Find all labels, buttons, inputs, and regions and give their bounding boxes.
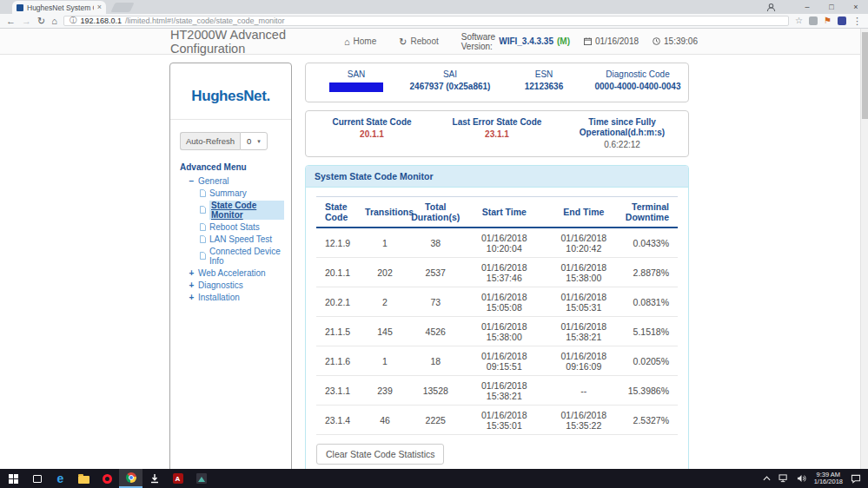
last-error-label: Last Error State Code [434, 117, 560, 128]
browser-menu-icon[interactable]: ⋮ [852, 16, 862, 27]
software-version: Software Version: WIFI_3.4.3.35 (M) [461, 32, 570, 51]
diagnostic-code-value: 0000-4000-0400-0043 [591, 82, 685, 92]
menu-group-installation[interactable]: + Installation [180, 291, 284, 303]
collapse-icon[interactable]: − [189, 177, 195, 185]
table-cell: 2 [363, 287, 407, 317]
page-info-icon[interactable]: ⓘ [70, 16, 77, 26]
minimize-button[interactable]: – [795, 0, 819, 14]
refresh-icon[interactable]: ↻ [37, 16, 45, 26]
expand-icon[interactable]: + [189, 269, 195, 277]
extension-flag-icon[interactable]: ⚑ [824, 16, 832, 25]
calendar-icon [584, 37, 592, 45]
acrobat-taskbar-button[interactable]: A [166, 469, 189, 488]
sidebar-item-reboot-stats[interactable]: Reboot Stats [180, 221, 284, 233]
table-cell: 12.1.9 [316, 228, 363, 258]
expand-icon[interactable]: + [189, 293, 195, 301]
url-bar[interactable]: ⓘ 192.168.0.1/limited.html#!/state_code/… [63, 16, 789, 26]
clear-state-code-statistics-button[interactable]: Clear State Code Statistics [316, 444, 444, 465]
menu-item-label: Reboot Stats [209, 222, 260, 232]
photos-taskbar-button[interactable] [189, 469, 213, 488]
state-code-table: State CodeTransitionsTotal Duration(s)St… [316, 196, 678, 435]
bookmark-star-icon[interactable]: ☆ [795, 16, 803, 25]
reboot-link[interactable]: ↻ Reboot [399, 36, 438, 46]
photos-icon [196, 473, 207, 484]
table-cell: 01/16/2018 09:16:09 [544, 346, 624, 376]
menu-group-web-acceleration[interactable]: + Web Acceleration [180, 267, 284, 279]
file-explorer-button[interactable] [72, 469, 96, 488]
browser-tab[interactable]: HughesNet System Cont × [12, 1, 106, 14]
last-error-value: 23.1.1 [434, 129, 560, 140]
sidebar-item-connected-device-info[interactable]: Connected Device Info [180, 245, 284, 267]
action-center-icon[interactable] [851, 474, 861, 484]
back-icon[interactable]: ← [6, 16, 16, 26]
menu-group-general[interactable]: − General [180, 175, 284, 187]
new-tab-button[interactable] [110, 3, 134, 12]
sidebar-item-summary[interactable]: Summary [180, 187, 284, 199]
page-icon [200, 223, 206, 231]
start-button[interactable] [2, 469, 25, 488]
close-button[interactable]: × [844, 0, 868, 14]
page-icon [200, 252, 206, 260]
reboot-icon: ↻ [399, 37, 407, 46]
opera-icon [103, 474, 112, 484]
menu-group-label: General [198, 176, 229, 186]
windows-taskbar: e A 9:39 AM 1/16/2018 [0, 469, 868, 488]
panel-title: System State Code Monitor [306, 166, 688, 188]
panel-body: State CodeTransitionsTotal Duration(s)St… [306, 188, 688, 469]
profile-icon[interactable] [766, 3, 776, 12]
table-cell: 01/16/2018 15:38:00 [465, 317, 545, 346]
network-icon[interactable] [779, 474, 789, 483]
page-icon [200, 206, 206, 214]
task-view-button[interactable] [25, 469, 49, 488]
maximize-button[interactable]: □ [819, 0, 844, 14]
chrome-taskbar-button[interactable] [119, 469, 142, 488]
browser-home-icon[interactable]: ⌂ [51, 16, 57, 26]
window-controls: – □ × [766, 0, 868, 14]
table-row: 23.1.12391352801/16/2018 15:38:21--15.39… [316, 376, 678, 406]
auto-refresh-select[interactable]: 0 ▾ [240, 132, 268, 150]
table-cell: 23.1.1 [316, 376, 363, 406]
scrollbar-thumb[interactable] [862, 32, 868, 119]
edge-taskbar-button[interactable]: e [49, 469, 72, 488]
task-view-icon [33, 475, 42, 483]
diagnostic-code-column: Diagnostic Code 0000-4000-0400-0043 [591, 69, 685, 96]
hughesnet-logo: HughesNet. [170, 88, 291, 105]
home-link[interactable]: ⌂ Home [344, 36, 376, 46]
sidebar-item-state-code-monitor[interactable]: State Code Monitor [180, 199, 284, 221]
esn-label: ESN [497, 69, 591, 80]
san-label: SAN [309, 69, 403, 80]
sidebar: HughesNet. Auto-Refresh 0 ▾ Advanced Men… [169, 63, 292, 469]
table-cell: 4526 [407, 317, 465, 346]
tab-close-icon[interactable]: × [97, 3, 102, 11]
volume-icon[interactable] [797, 474, 806, 483]
opera-taskbar-button[interactable] [96, 469, 119, 488]
auto-refresh-value: 0 [247, 136, 251, 146]
extension-icon-2[interactable] [838, 16, 846, 25]
expand-icon[interactable]: + [189, 281, 195, 289]
table-cell: 01/16/2018 15:38:00 [544, 258, 624, 287]
menu-item-label: LAN Speed Test [209, 234, 272, 244]
current-state-value: 20.1.1 [309, 129, 434, 140]
sai-value: 2467937 (0x25a861) [403, 82, 497, 92]
extension-icon-1[interactable] [809, 16, 818, 25]
software-version-value: WIFI_3.4.3.35 [499, 36, 553, 46]
table-row: 20.2.127301/16/2018 15:05:0801/16/2018 1… [316, 287, 678, 317]
table-cell: 01/16/2018 15:35:01 [465, 406, 545, 435]
download-app-button[interactable] [142, 469, 166, 488]
taskbar-clock[interactable]: 9:39 AM 1/16/2018 [814, 472, 843, 486]
state-code-bar: Current State Code 20.1.1 Last Error Sta… [305, 110, 689, 157]
table-cell: 1 [363, 228, 407, 258]
forward-icon[interactable]: → [22, 16, 31, 26]
tray-chevron-icon[interactable] [763, 476, 771, 481]
content-area: HughesNet. Auto-Refresh 0 ▾ Advanced Men… [0, 55, 868, 469]
menu-group-diagnostics[interactable]: + Diagnostics [180, 279, 284, 291]
menu-title: Advanced Menu [180, 162, 284, 172]
table-cell: 20.2.1 [316, 287, 363, 317]
page-scrollbar[interactable] [860, 29, 868, 469]
sidebar-item-lan-speed-test[interactable]: LAN Speed Test [180, 233, 284, 245]
san-redacted-value [329, 82, 383, 92]
column-header: End Time [544, 197, 624, 228]
uptime-value: 0.6:22:12 [560, 140, 685, 150]
table-cell: 23.1.4 [316, 406, 363, 435]
download-icon [149, 473, 160, 484]
